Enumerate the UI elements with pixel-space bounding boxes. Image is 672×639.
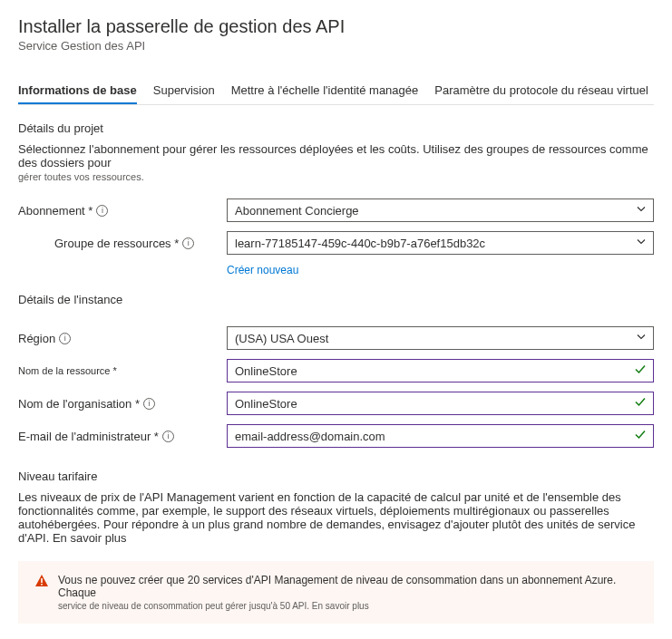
project-section-title: Détails du projet — [18, 121, 654, 135]
org-name-label-text: Nom de l'organisation * — [18, 397, 140, 411]
resource-group-select[interactable] — [227, 231, 654, 255]
tabs: Informations de base Supervision Mettre … — [18, 78, 654, 105]
project-section-subtext: gérer toutes vos ressources. — [18, 171, 654, 182]
svg-rect-1 — [41, 584, 43, 586]
resource-name-label: Nom de la ressource * — [18, 365, 227, 376]
info-icon[interactable]: i — [59, 333, 71, 344]
tab-supervision[interactable]: Supervision — [153, 78, 215, 104]
project-section-text: Sélectionnez l'abonnement pour gérer les… — [18, 142, 654, 169]
org-name-input[interactable] — [227, 392, 654, 415]
resource-name-input[interactable] — [227, 359, 654, 382]
admin-email-label-text: E-mail de l'administrateur * — [18, 430, 159, 443]
warning-icon — [34, 574, 49, 591]
warning-box: Vous ne pouvez créer que 20 services d'A… — [18, 561, 654, 624]
page-title: Installer la passerelle de gestion des A… — [18, 16, 654, 37]
info-icon[interactable]: i — [143, 398, 155, 410]
info-icon[interactable]: i — [96, 205, 108, 217]
tab-vnet[interactable]: Paramètre du protocole du réseau virtuel — [434, 78, 648, 104]
org-name-label: Nom de l'organisation * i — [18, 397, 227, 411]
page-subtitle: Service Gestion des API — [18, 39, 654, 53]
subscription-label-text: Abonnement * — [18, 204, 93, 218]
info-icon[interactable]: i — [162, 431, 174, 442]
resource-group-label-text: Groupe de ressources * — [54, 237, 179, 250]
tier-section-text: Les niveaux de prix de l'API Management … — [18, 490, 654, 545]
tier-section-title: Niveau tarifaire — [18, 470, 654, 483]
region-label: Région i — [18, 332, 227, 345]
tab-scale-identity[interactable]: Mettre à l'échelle l'identité managée — [231, 78, 419, 104]
instance-section-title: Détails de l'instance — [18, 293, 654, 306]
info-icon[interactable]: i — [182, 237, 194, 249]
region-label-text: Région — [18, 332, 55, 345]
warning-subtext: service de niveau de consommation peut g… — [58, 601, 638, 611]
resource-group-label: Groupe de ressources * i — [18, 237, 227, 250]
tab-basics[interactable]: Informations de base — [18, 78, 137, 104]
subscription-select[interactable] — [227, 198, 654, 222]
admin-email-input[interactable] — [227, 424, 654, 448]
subscription-label: Abonnement * i — [18, 204, 227, 218]
region-select[interactable] — [227, 326, 654, 350]
svg-rect-0 — [41, 578, 43, 583]
create-new-link[interactable]: Créer nouveau — [227, 264, 298, 276]
warning-text: Vous ne pouvez créer que 20 services d'A… — [58, 574, 638, 599]
admin-email-label: E-mail de l'administrateur * i — [18, 430, 227, 443]
